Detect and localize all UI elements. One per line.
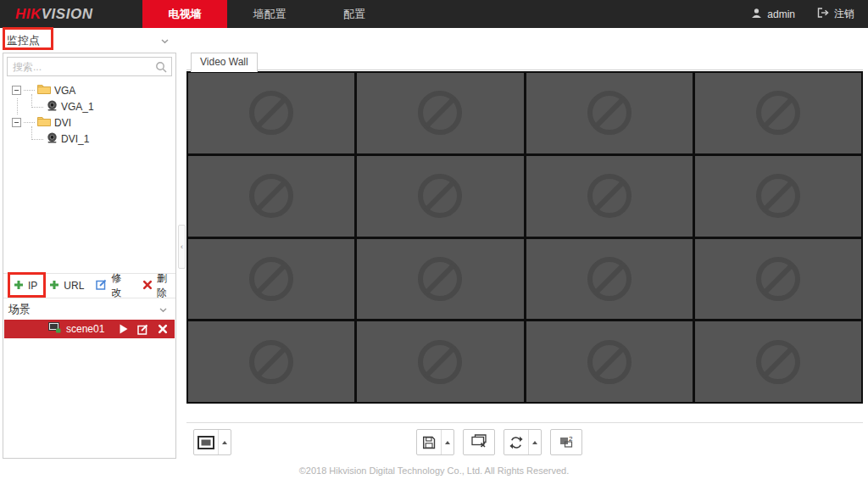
no-signal-icon [756, 91, 800, 135]
copyright-text: ©2018 Hikvision Digital Technology Co., … [0, 465, 868, 476]
collapse-toggle-icon[interactable] [12, 86, 21, 95]
wall-tabbar: Video Wall [186, 52, 863, 70]
delete-scene-icon[interactable] [158, 324, 168, 334]
tab-wall-config[interactable]: 墙配置 [227, 0, 312, 28]
screen-layout-button[interactable] [193, 429, 231, 455]
delete-x-icon [142, 280, 153, 293]
sidebar: 监控点 VGA VGA_1 [0, 28, 178, 459]
no-signal-icon [418, 257, 462, 301]
tree-connector [17, 131, 31, 147]
screen-layout-dropdown[interactable] [218, 430, 231, 454]
chevron-down-icon[interactable] [159, 303, 167, 315]
search-box [7, 57, 172, 76]
monitor-points-header: 监控点 [0, 28, 178, 53]
no-signal-icon [249, 91, 293, 135]
wall-cell[interactable] [526, 156, 693, 237]
wall-cell[interactable] [695, 156, 861, 237]
wall-cell[interactable] [357, 321, 523, 402]
collapse-toggle-icon[interactable] [12, 118, 21, 127]
camera-toolbar: IP URL 修改 删除 [3, 273, 175, 298]
tab-tv-wall[interactable]: 电视墙 [142, 0, 227, 28]
main-area: Video Wall 2 [186, 28, 863, 459]
user-menu[interactable]: admin [751, 8, 795, 21]
caret-icon [445, 441, 450, 444]
window-division-button[interactable]: 2 [550, 429, 582, 455]
no-signal-icon [418, 91, 462, 135]
delete-label: 删除 [157, 271, 175, 300]
user-name: admin [767, 8, 795, 20]
chevron-left-icon: ‹ [181, 242, 183, 251]
refresh-dropdown[interactable] [528, 430, 541, 454]
modify-button[interactable]: 修改 [96, 271, 130, 300]
camera-tree: VGA VGA_1 DVI DVI [3, 82, 175, 147]
no-signal-icon [587, 91, 632, 135]
add-ip-button[interactable]: IP [14, 280, 37, 293]
caret-icon [532, 441, 537, 444]
scene-name: scene01 [66, 323, 104, 335]
wall-cell[interactable] [526, 321, 693, 402]
camera-panel: VGA VGA_1 DVI DVI [3, 53, 176, 459]
camera-icon [47, 100, 58, 114]
sidebar-collapse-handle[interactable]: ‹ [178, 225, 186, 269]
wall-cell[interactable] [695, 73, 861, 153]
scene-title: 场景 [8, 302, 31, 317]
tab-config[interactable]: 配置 [312, 0, 397, 28]
add-url-label: URL [64, 280, 84, 292]
save-icon [417, 430, 441, 454]
refresh-button[interactable] [504, 429, 542, 455]
scene-actions [120, 324, 175, 335]
camera-icon [47, 132, 58, 146]
search-icon[interactable] [155, 61, 167, 73]
no-signal-icon [418, 340, 462, 384]
logo-text-gray: VISION [42, 6, 93, 23]
tree-node-dvi[interactable]: DVI [3, 114, 175, 131]
logout-button[interactable]: 注销 [817, 7, 854, 21]
no-signal-icon [249, 340, 293, 384]
logo-text-red: HIK [15, 6, 42, 23]
play-scene-icon[interactable] [120, 324, 128, 334]
tree-connector [31, 94, 43, 108]
tree-connector [17, 98, 31, 114]
tree-node-label: VGA [54, 85, 75, 97]
add-ip-label: IP [28, 280, 37, 292]
tree-node-vga1[interactable]: VGA_1 [3, 98, 175, 114]
chevron-down-icon[interactable] [161, 34, 169, 47]
no-signal-icon [756, 174, 800, 218]
wall-cell[interactable] [188, 156, 354, 237]
tree-node-dvi1[interactable]: DVI_1 [3, 131, 175, 147]
tree-connector [31, 126, 43, 140]
search-input[interactable] [8, 61, 155, 73]
no-signal-icon [587, 257, 632, 301]
wall-cell[interactable] [526, 73, 693, 153]
wall-cell[interactable] [357, 156, 523, 237]
tree-node-label: DVI_1 [61, 133, 89, 145]
wall-toolbar: 2 [186, 422, 863, 462]
wall-cell[interactable] [188, 321, 354, 402]
wall-cell[interactable] [695, 321, 861, 402]
tree-node-vga[interactable]: VGA [3, 82, 175, 98]
add-url-button[interactable]: URL [49, 280, 84, 293]
wall-cell[interactable] [188, 73, 354, 153]
plus-icon [49, 280, 59, 293]
wall-cell[interactable] [357, 73, 523, 153]
wall-cell[interactable] [695, 239, 861, 320]
save-dropdown[interactable] [441, 430, 453, 454]
save-button[interactable] [416, 429, 454, 455]
refresh-icon [504, 430, 528, 454]
wall-cell[interactable] [357, 239, 523, 320]
clear-screen-icon [471, 434, 487, 450]
wall-cell[interactable] [188, 239, 354, 320]
no-signal-icon [587, 340, 632, 384]
wall-cell[interactable] [526, 239, 693, 320]
delete-button[interactable]: 删除 [142, 271, 175, 300]
edit-scene-icon[interactable] [137, 324, 148, 335]
scene-list-item[interactable]: scene01 [4, 320, 175, 338]
svg-text:2: 2 [569, 435, 573, 443]
clear-screen-button[interactable] [463, 429, 495, 455]
caret-icon [222, 441, 227, 444]
tree-connector [24, 90, 35, 91]
main-nav: 电视墙 墙配置 配置 [142, 0, 397, 28]
window-division-icon: 2 [559, 435, 574, 450]
tree-node-label: DVI [54, 117, 71, 129]
tab-video-wall[interactable]: Video Wall [191, 53, 258, 72]
